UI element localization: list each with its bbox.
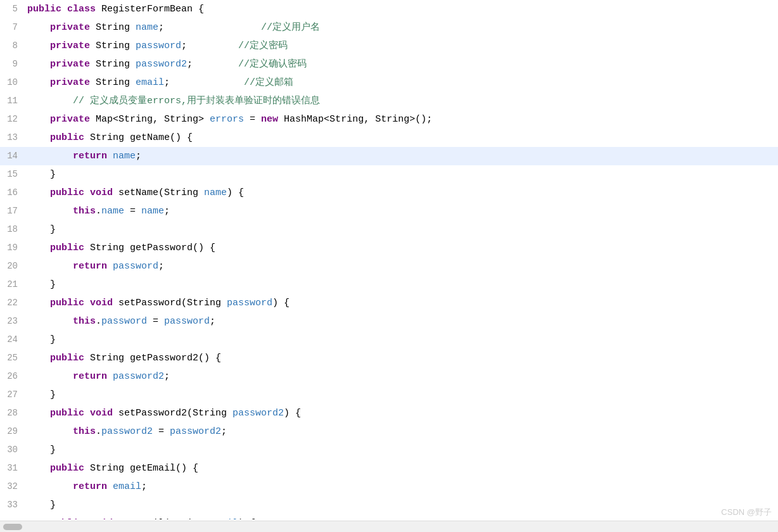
- code-token: .: [96, 206, 101, 217]
- code-line: 32 return email;: [0, 478, 778, 496]
- code-token: public: [50, 187, 84, 198]
- line-number: 12: [0, 110, 24, 128]
- code-token: }: [27, 169, 56, 180]
- code-token: [27, 77, 50, 88]
- code-token: }: [27, 334, 56, 345]
- code-line: 18 }: [0, 220, 778, 239]
- code-token: [27, 41, 50, 51]
- code-token: void: [90, 187, 113, 198]
- line-number: 9: [0, 55, 24, 73]
- code-line: 16 public void setName(String name) {: [0, 184, 778, 202]
- line-content: // 定义成员变量errors,用于封装表单验证时的错误信息: [24, 92, 778, 110]
- code-token: [27, 187, 50, 198]
- code-token: [107, 261, 113, 272]
- code-token: [27, 463, 50, 474]
- line-content: }: [24, 497, 778, 514]
- code-token: ;: [164, 77, 170, 88]
- code-token: =: [147, 316, 164, 327]
- line-number: 24: [0, 331, 24, 348]
- code-token: ;: [136, 151, 141, 162]
- code-token: ;: [164, 206, 170, 217]
- line-content: }: [24, 331, 778, 349]
- line-content: return password;: [24, 258, 778, 276]
- code-token: [27, 353, 50, 364]
- code-token: ;: [158, 22, 164, 33]
- line-content: public String getPassword2() {: [24, 350, 778, 367]
- line-content: }: [24, 386, 778, 404]
- line-content: private String password; //定义密码: [24, 37, 778, 55]
- code-token: email: [210, 518, 238, 519]
- line-number: 33: [0, 496, 24, 514]
- code-token: private: [50, 59, 90, 70]
- line-content: public String getName() {: [24, 129, 778, 147]
- code-token: ;: [158, 261, 164, 272]
- code-token: [27, 371, 73, 382]
- code-token: String getPassword() {: [84, 243, 215, 253]
- line-number: 23: [0, 312, 24, 330]
- code-token: ) {: [227, 187, 244, 198]
- code-token: email: [136, 77, 164, 88]
- code-token: private: [50, 41, 90, 51]
- code-token: [27, 206, 73, 217]
- code-token: ;: [164, 371, 170, 382]
- line-number: 28: [0, 404, 24, 422]
- code-token: [27, 22, 50, 33]
- code-token: }: [27, 224, 56, 235]
- line-content: return password2;: [24, 368, 778, 386]
- line-content: private String password2; //定义确认密码: [24, 56, 778, 73]
- scrollbar-thumb[interactable]: [3, 524, 22, 530]
- code-line: 28 public void setPassword2(String passw…: [0, 404, 778, 422]
- code-line: 30 }: [0, 441, 778, 459]
- line-number: 29: [0, 422, 24, 440]
- code-token: ;: [181, 41, 187, 51]
- code-line: 15 }: [0, 165, 778, 184]
- line-content: public void setName(String name) {: [24, 184, 778, 202]
- code-token: private: [50, 114, 90, 125]
- code-token: [107, 151, 113, 162]
- code-line: 17 this.name = name;: [0, 202, 778, 220]
- code-token: this: [73, 316, 96, 327]
- code-line: 13 public String getName() {: [0, 129, 778, 147]
- code-line: 23 this.password = password;: [0, 312, 778, 331]
- code-token: public: [50, 408, 84, 419]
- code-token: ;: [187, 59, 193, 70]
- line-number: 18: [0, 220, 24, 238]
- code-token: ;: [221, 426, 227, 437]
- code-line: 22 public void setPassword(String passwo…: [0, 294, 778, 312]
- line-number: 26: [0, 367, 24, 385]
- code-token: new: [261, 114, 278, 125]
- code-token: [27, 261, 73, 272]
- code-token: return: [73, 261, 107, 272]
- line-number: 19: [0, 239, 24, 256]
- code-line: 34 public void setEmail(String email) {: [0, 514, 778, 519]
- line-content: this.name = name;: [24, 203, 778, 220]
- code-token: password2: [170, 426, 221, 437]
- code-token: }: [27, 390, 56, 400]
- code-token: setPassword(String: [113, 298, 227, 308]
- code-token: password: [227, 298, 272, 308]
- line-content: return email;: [24, 478, 778, 496]
- code-token: ;: [141, 481, 147, 492]
- line-number: 14: [0, 147, 24, 165]
- code-line: 14 return name;: [0, 147, 778, 165]
- code-token: String: [90, 59, 136, 70]
- scrollbar-bottom[interactable]: [0, 521, 778, 532]
- code-token: //定义密码: [187, 41, 288, 51]
- line-number: 10: [0, 73, 24, 91]
- code-token: ) {: [272, 298, 290, 308]
- line-content: public void setPassword2(String password…: [24, 405, 778, 422]
- code-line: 5public class RegisterFormBean {: [0, 0, 778, 18]
- line-content: private String email; //定义邮箱: [24, 74, 778, 92]
- code-token: void: [90, 518, 113, 519]
- code-token: password2: [136, 59, 187, 70]
- line-number: 32: [0, 478, 24, 495]
- code-token: void: [90, 298, 113, 308]
- code-token: public: [50, 243, 84, 253]
- code-line: 33 }: [0, 496, 778, 514]
- line-number: 11: [0, 92, 24, 110]
- code-token: public: [50, 132, 84, 143]
- line-content: public String getPassword() {: [24, 239, 778, 257]
- code-token: password: [101, 316, 147, 327]
- code-token: }: [27, 445, 56, 455]
- line-content: return name;: [24, 148, 778, 165]
